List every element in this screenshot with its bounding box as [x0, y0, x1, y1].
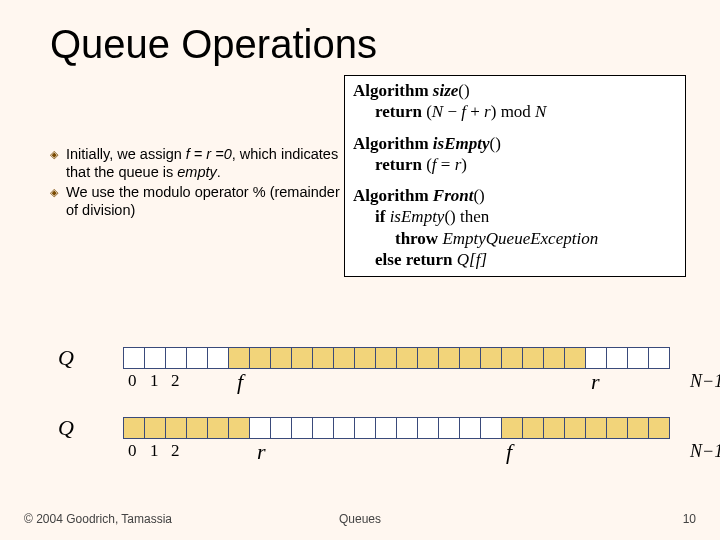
var: N [432, 102, 443, 121]
t: empty [177, 164, 217, 180]
array-cell [312, 417, 334, 439]
kw: Algorithm [353, 81, 433, 100]
array-cell [144, 417, 166, 439]
spacer [353, 123, 677, 133]
algorithm-box: Algorithm size() return (N − f + r) mod … [344, 75, 686, 277]
array-cell [627, 347, 649, 369]
array-cell [522, 417, 544, 439]
cells-row [124, 417, 670, 439]
tick: 0 [128, 441, 137, 461]
array-cell [543, 417, 565, 439]
t: − [443, 102, 461, 121]
algo-size-return: return (N − f + r) mod N [353, 101, 677, 122]
t: . [217, 164, 221, 180]
f-label: f [506, 439, 512, 465]
t: () then [444, 207, 489, 226]
var: r [484, 102, 491, 121]
fn: isEmpty [433, 134, 490, 153]
q-label: Q [58, 345, 74, 371]
bullet-2: ◈ We use the modulo operator % (remainde… [50, 183, 350, 219]
array-cell [291, 417, 313, 439]
bullet-1-text: Initially, we assign f = r =0, which ind… [66, 145, 350, 181]
array-cell [249, 347, 271, 369]
bullet-2-text: We use the modulo operator % (remainder … [66, 183, 350, 219]
q-label: Q [58, 415, 74, 441]
array-cell [501, 347, 523, 369]
cells-row [124, 347, 670, 369]
t: + [466, 102, 484, 121]
paren: () [473, 186, 484, 205]
array-cell [606, 347, 628, 369]
bullet-icon: ◈ [50, 183, 66, 219]
bullet-icon: ◈ [50, 145, 66, 181]
algo-front-else: else return Q[f] [353, 249, 677, 270]
algo-size-header: Algorithm size() [353, 80, 677, 101]
kw: if [375, 207, 390, 226]
kw: Algorithm [353, 186, 433, 205]
array-cell [123, 347, 145, 369]
array-cell [375, 347, 397, 369]
array-cell [648, 417, 670, 439]
array-cell [165, 417, 187, 439]
tick: 0 [128, 371, 137, 391]
array-cell [648, 347, 670, 369]
array-cell [396, 417, 418, 439]
array-cell [543, 347, 565, 369]
kw: throw [395, 229, 442, 248]
kw: return [375, 155, 426, 174]
array-cell [144, 347, 166, 369]
tick: 1 [150, 371, 159, 391]
tick: 2 [171, 441, 180, 461]
page-number: 10 [683, 512, 696, 526]
array-cell [186, 417, 208, 439]
algo-front-throw: throw EmptyQueueException [353, 228, 677, 249]
array-cell [228, 347, 250, 369]
array-cell [375, 417, 397, 439]
ex: Q[f] [457, 250, 487, 269]
array-cell [354, 417, 376, 439]
bullet-1: ◈ Initially, we assign f = r =0, which i… [50, 145, 350, 181]
kw: return [375, 102, 426, 121]
f-label: f [237, 369, 243, 395]
array-cell [228, 417, 250, 439]
t: f = r =0 [186, 146, 232, 162]
array-cell [165, 347, 187, 369]
array-cell [396, 347, 418, 369]
array-cell [438, 347, 460, 369]
algo-front-if: if isEmpty() then [353, 206, 677, 227]
array-cell [207, 417, 229, 439]
array-cell [333, 347, 355, 369]
kw: Algorithm [353, 134, 433, 153]
spacer [353, 175, 677, 185]
array-cell [312, 347, 334, 369]
array-cell [270, 347, 292, 369]
array-cell [417, 417, 439, 439]
array-cell [585, 347, 607, 369]
array-cell [564, 347, 586, 369]
ex: EmptyQueueException [442, 229, 598, 248]
array-cell [480, 347, 502, 369]
bullet-list: ◈ Initially, we assign f = r =0, which i… [50, 145, 350, 222]
fn: Front [433, 186, 474, 205]
array-cell [438, 417, 460, 439]
tick: 2 [171, 371, 180, 391]
r-label: r [257, 439, 266, 465]
array-cell [207, 347, 229, 369]
t: ) mod [491, 102, 535, 121]
array-cell [627, 417, 649, 439]
kw: else return [375, 250, 457, 269]
array-cell [459, 417, 481, 439]
n-minus-1: N−1 [690, 371, 720, 392]
footer-title: Queues [24, 512, 696, 526]
array-cell [501, 417, 523, 439]
array-cell [186, 347, 208, 369]
t: ) [461, 155, 467, 174]
footer: © 2004 Goodrich, Tamassia Queues 10 [24, 512, 696, 526]
n-minus-1: N−1 [690, 441, 720, 462]
array-cell [354, 347, 376, 369]
algo-front-header: Algorithm Front() [353, 185, 677, 206]
array-cell [480, 417, 502, 439]
array-cell [291, 347, 313, 369]
t: Initially, we assign [66, 146, 182, 162]
array-cell [123, 417, 145, 439]
